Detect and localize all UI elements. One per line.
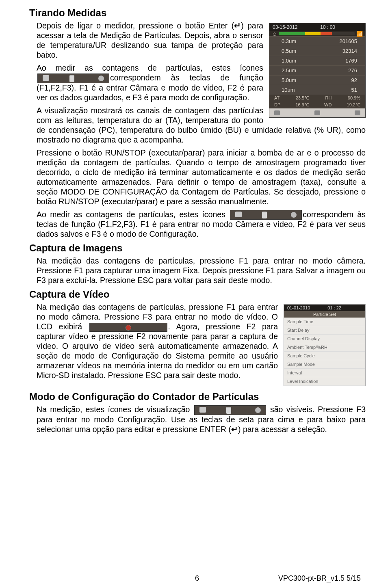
- heading-config: Modo de Configuração do Contador de Part…: [29, 391, 366, 402]
- config-p1: Na medição, estes ícones de visualização…: [37, 405, 366, 435]
- shot1-count-2: 1769: [345, 58, 357, 64]
- shot1-time: 10 : 00: [320, 24, 335, 30]
- shot1-at-val: 23.5℃: [296, 95, 309, 101]
- shot2-item-5: Sample Mode: [284, 360, 365, 369]
- device-screenshot-settings: 01-01-2010 01 : 22 Particle Set Sample T…: [284, 304, 366, 386]
- shot1-size-4: 5.0um: [282, 77, 296, 83]
- shot1-rh-val: 60.9%: [348, 95, 360, 101]
- tirando-p5a: Ao medir as contagens de partículas, est…: [37, 210, 229, 219]
- shot1-count-3: 276: [348, 67, 357, 74]
- imagens-p1: Na medição das contagens de partículas, …: [37, 256, 366, 285]
- enter-icon: ↵: [231, 425, 238, 435]
- shot2-item-1: Start Delay: [284, 326, 365, 335]
- tirando-p2a: Ao medir as contagens de partículas, est…: [37, 63, 263, 72]
- tirando-p4: Pressione o botão RUN/STOP (executar/par…: [37, 148, 366, 207]
- shot1-date: 03-15-2012: [273, 24, 297, 30]
- shot2-header: Particle Set: [284, 311, 365, 318]
- shot2-time: 01 : 22: [327, 305, 341, 310]
- device-screenshot-measure: 03-15-2012 10 : 00 ☺📶 0.3um201605 0.5um3…: [269, 23, 366, 118]
- shot2-item-4: Sample Cycle: [284, 352, 365, 360]
- doc-revision: VPC300-pt-BR_v1.5 5/15: [278, 574, 361, 583]
- shot1-size-0: 0.3um: [282, 38, 296, 44]
- shot1-size-1: 0.5um: [282, 48, 296, 54]
- shot2-item-7: Level Indication: [284, 377, 365, 386]
- shot2-item-0: Sample Time: [284, 318, 365, 326]
- shot2-item-2: Channel Display: [284, 335, 365, 343]
- tirando-p1a: Depois de ligar o medidor, pressione o b…: [37, 21, 234, 30]
- shot1-wd-label: WD: [324, 102, 332, 108]
- shot1-count-5: 51: [351, 87, 357, 93]
- camera-icon: [274, 110, 280, 115]
- enter-icon: ↵: [234, 21, 241, 31]
- shot1-count-4: 92: [351, 77, 357, 83]
- function-icon-bar: [194, 405, 266, 415]
- config-p1a: Na medição, estes ícones de visualização: [37, 405, 193, 414]
- heading-tirando: Tirando Medidas: [29, 7, 366, 19]
- function-icon-bar: [37, 74, 109, 83]
- gear-icon: [355, 110, 360, 115]
- save-icon: [314, 110, 320, 115]
- shot1-dp-val: 16.9℃: [295, 102, 309, 108]
- shot2-item-3: Ambient Temp/%RH: [284, 343, 365, 352]
- shot1-size-5: 10um: [282, 87, 295, 93]
- shot1-size-2: 1.0um: [282, 58, 296, 64]
- shot1-at-label: AT: [274, 95, 280, 101]
- record-icon-bar: [89, 323, 167, 332]
- shot1-count-1: 32314: [342, 48, 357, 54]
- tirando-p5: Ao medir as contagens de partículas, est…: [37, 210, 366, 240]
- heading-video: Captura de Vídeo: [29, 289, 366, 300]
- shot1-size-3: 2.5um: [282, 67, 296, 74]
- shot1-wd-val: 19.2℃: [347, 102, 360, 108]
- shot1-count-0: 201605: [340, 38, 357, 44]
- heading-imagens: Captura de Imagens: [29, 242, 366, 254]
- config-p1c: ) para acessar a seleção.: [238, 425, 327, 434]
- shot2-date: 01-01-2010: [287, 305, 310, 310]
- shot1-dp-label: DP: [274, 102, 280, 108]
- function-icon-bar: [230, 210, 302, 220]
- shot1-rh-label: RH: [325, 95, 332, 101]
- page-number: 6: [195, 574, 199, 583]
- shot2-item-6: Interval: [284, 369, 365, 377]
